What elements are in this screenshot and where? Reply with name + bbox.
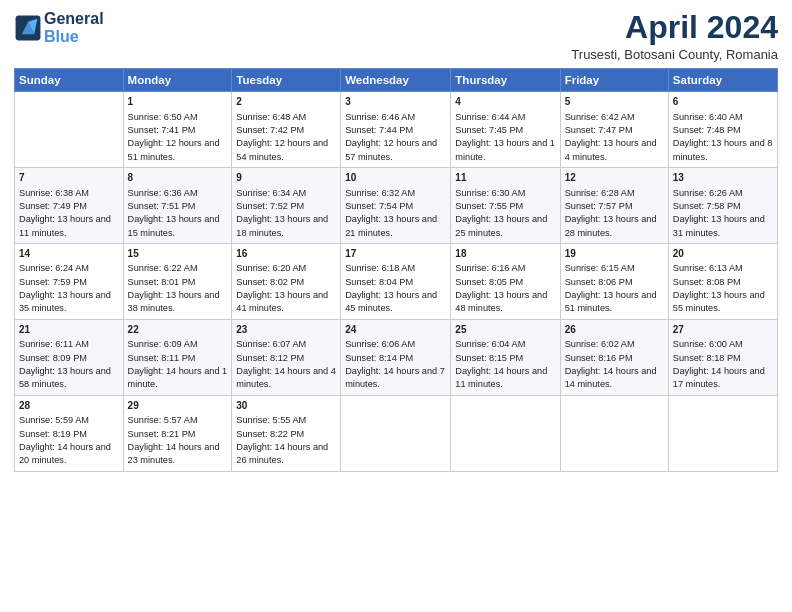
day-number: 6 bbox=[673, 95, 773, 110]
daylight-text: Daylight: 12 hours and 57 minutes. bbox=[345, 137, 446, 164]
sunset-text: Sunset: 8:11 PM bbox=[128, 352, 228, 365]
sunset-text: Sunset: 8:18 PM bbox=[673, 352, 773, 365]
sunrise-text: Sunrise: 6:46 AM bbox=[345, 111, 446, 124]
daylight-text: Daylight: 13 hours and 4 minutes. bbox=[565, 137, 664, 164]
cell-content: 4Sunrise: 6:44 AMSunset: 7:45 PMDaylight… bbox=[455, 95, 555, 164]
day-number: 13 bbox=[673, 171, 773, 186]
daylight-text: Daylight: 14 hours and 26 minutes. bbox=[236, 441, 336, 468]
calendar-cell: 15Sunrise: 6:22 AMSunset: 8:01 PMDayligh… bbox=[123, 243, 232, 319]
calendar-cell: 2Sunrise: 6:48 AMSunset: 7:42 PMDaylight… bbox=[232, 92, 341, 168]
day-number: 20 bbox=[673, 247, 773, 262]
logo-icon bbox=[14, 14, 42, 42]
daylight-text: Daylight: 14 hours and 11 minutes. bbox=[455, 365, 555, 392]
calendar-cell: 16Sunrise: 6:20 AMSunset: 8:02 PMDayligh… bbox=[232, 243, 341, 319]
cell-content: 28Sunrise: 5:59 AMSunset: 8:19 PMDayligh… bbox=[19, 399, 119, 468]
sunset-text: Sunset: 7:51 PM bbox=[128, 200, 228, 213]
calendar-week-row: 7Sunrise: 6:38 AMSunset: 7:49 PMDaylight… bbox=[15, 168, 778, 244]
sunrise-text: Sunrise: 5:57 AM bbox=[128, 414, 228, 427]
calendar-week-row: 14Sunrise: 6:24 AMSunset: 7:59 PMDayligh… bbox=[15, 243, 778, 319]
sunrise-text: Sunrise: 6:16 AM bbox=[455, 262, 555, 275]
day-number: 11 bbox=[455, 171, 555, 186]
day-number: 14 bbox=[19, 247, 119, 262]
cell-content: 22Sunrise: 6:09 AMSunset: 8:11 PMDayligh… bbox=[128, 323, 228, 392]
cell-content: 25Sunrise: 6:04 AMSunset: 8:15 PMDayligh… bbox=[455, 323, 555, 392]
sunrise-text: Sunrise: 6:00 AM bbox=[673, 338, 773, 351]
calendar-table: SundayMondayTuesdayWednesdayThursdayFrid… bbox=[14, 68, 778, 471]
sunrise-text: Sunrise: 6:11 AM bbox=[19, 338, 119, 351]
calendar-cell: 14Sunrise: 6:24 AMSunset: 7:59 PMDayligh… bbox=[15, 243, 124, 319]
sunrise-text: Sunrise: 6:38 AM bbox=[19, 187, 119, 200]
day-number: 18 bbox=[455, 247, 555, 262]
cell-content: 5Sunrise: 6:42 AMSunset: 7:47 PMDaylight… bbox=[565, 95, 664, 164]
calendar-cell: 29Sunrise: 5:57 AMSunset: 8:21 PMDayligh… bbox=[123, 395, 232, 471]
sunrise-text: Sunrise: 6:28 AM bbox=[565, 187, 664, 200]
calendar-cell: 26Sunrise: 6:02 AMSunset: 8:16 PMDayligh… bbox=[560, 319, 668, 395]
weekday-header: Thursday bbox=[451, 69, 560, 92]
calendar-cell: 10Sunrise: 6:32 AMSunset: 7:54 PMDayligh… bbox=[341, 168, 451, 244]
calendar-cell: 30Sunrise: 5:55 AMSunset: 8:22 PMDayligh… bbox=[232, 395, 341, 471]
daylight-text: Daylight: 14 hours and 17 minutes. bbox=[673, 365, 773, 392]
daylight-text: Daylight: 13 hours and 55 minutes. bbox=[673, 289, 773, 316]
calendar-cell: 4Sunrise: 6:44 AMSunset: 7:45 PMDaylight… bbox=[451, 92, 560, 168]
calendar-cell: 19Sunrise: 6:15 AMSunset: 8:06 PMDayligh… bbox=[560, 243, 668, 319]
weekday-header: Saturday bbox=[668, 69, 777, 92]
cell-content: 6Sunrise: 6:40 AMSunset: 7:48 PMDaylight… bbox=[673, 95, 773, 164]
daylight-text: Daylight: 13 hours and 35 minutes. bbox=[19, 289, 119, 316]
cell-content: 27Sunrise: 6:00 AMSunset: 8:18 PMDayligh… bbox=[673, 323, 773, 392]
calendar-cell bbox=[451, 395, 560, 471]
sunset-text: Sunset: 7:58 PM bbox=[673, 200, 773, 213]
calendar-cell: 11Sunrise: 6:30 AMSunset: 7:55 PMDayligh… bbox=[451, 168, 560, 244]
sunset-text: Sunset: 8:15 PM bbox=[455, 352, 555, 365]
sunrise-text: Sunrise: 6:13 AM bbox=[673, 262, 773, 275]
sunrise-text: Sunrise: 6:48 AM bbox=[236, 111, 336, 124]
sunrise-text: Sunrise: 6:15 AM bbox=[565, 262, 664, 275]
weekday-header: Tuesday bbox=[232, 69, 341, 92]
cell-content: 18Sunrise: 6:16 AMSunset: 8:05 PMDayligh… bbox=[455, 247, 555, 316]
day-number: 26 bbox=[565, 323, 664, 338]
daylight-text: Daylight: 13 hours and 38 minutes. bbox=[128, 289, 228, 316]
sunset-text: Sunset: 8:04 PM bbox=[345, 276, 446, 289]
sunrise-text: Sunrise: 6:50 AM bbox=[128, 111, 228, 124]
day-number: 3 bbox=[345, 95, 446, 110]
sunset-text: Sunset: 7:57 PM bbox=[565, 200, 664, 213]
day-number: 9 bbox=[236, 171, 336, 186]
cell-content: 10Sunrise: 6:32 AMSunset: 7:54 PMDayligh… bbox=[345, 171, 446, 240]
calendar-cell bbox=[341, 395, 451, 471]
sunset-text: Sunset: 8:06 PM bbox=[565, 276, 664, 289]
sunset-text: Sunset: 7:45 PM bbox=[455, 124, 555, 137]
calendar-cell: 20Sunrise: 6:13 AMSunset: 8:08 PMDayligh… bbox=[668, 243, 777, 319]
day-number: 5 bbox=[565, 95, 664, 110]
sunset-text: Sunset: 7:54 PM bbox=[345, 200, 446, 213]
sunrise-text: Sunrise: 6:20 AM bbox=[236, 262, 336, 275]
day-number: 27 bbox=[673, 323, 773, 338]
cell-content: 21Sunrise: 6:11 AMSunset: 8:09 PMDayligh… bbox=[19, 323, 119, 392]
calendar-cell bbox=[668, 395, 777, 471]
calendar-cell: 18Sunrise: 6:16 AMSunset: 8:05 PMDayligh… bbox=[451, 243, 560, 319]
sunset-text: Sunset: 8:08 PM bbox=[673, 276, 773, 289]
cell-content: 13Sunrise: 6:26 AMSunset: 7:58 PMDayligh… bbox=[673, 171, 773, 240]
day-number: 15 bbox=[128, 247, 228, 262]
calendar-cell: 9Sunrise: 6:34 AMSunset: 7:52 PMDaylight… bbox=[232, 168, 341, 244]
daylight-text: Daylight: 13 hours and 45 minutes. bbox=[345, 289, 446, 316]
sunrise-text: Sunrise: 6:02 AM bbox=[565, 338, 664, 351]
day-number: 12 bbox=[565, 171, 664, 186]
calendar-cell: 21Sunrise: 6:11 AMSunset: 8:09 PMDayligh… bbox=[15, 319, 124, 395]
day-number: 28 bbox=[19, 399, 119, 414]
cell-content: 24Sunrise: 6:06 AMSunset: 8:14 PMDayligh… bbox=[345, 323, 446, 392]
weekday-header: Monday bbox=[123, 69, 232, 92]
calendar-cell: 12Sunrise: 6:28 AMSunset: 7:57 PMDayligh… bbox=[560, 168, 668, 244]
day-number: 10 bbox=[345, 171, 446, 186]
header: General Blue April 2024 Trusesti, Botosa… bbox=[14, 10, 778, 62]
sunset-text: Sunset: 7:55 PM bbox=[455, 200, 555, 213]
calendar-cell: 17Sunrise: 6:18 AMSunset: 8:04 PMDayligh… bbox=[341, 243, 451, 319]
day-number: 16 bbox=[236, 247, 336, 262]
sunrise-text: Sunrise: 5:55 AM bbox=[236, 414, 336, 427]
location: Trusesti, Botosani County, Romania bbox=[571, 47, 778, 62]
daylight-text: Daylight: 14 hours and 14 minutes. bbox=[565, 365, 664, 392]
month-year: April 2024 bbox=[571, 10, 778, 45]
cell-content: 15Sunrise: 6:22 AMSunset: 8:01 PMDayligh… bbox=[128, 247, 228, 316]
daylight-text: Daylight: 14 hours and 7 minutes. bbox=[345, 365, 446, 392]
sunrise-text: Sunrise: 6:06 AM bbox=[345, 338, 446, 351]
page: General Blue April 2024 Trusesti, Botosa… bbox=[0, 0, 792, 612]
sunset-text: Sunset: 8:09 PM bbox=[19, 352, 119, 365]
